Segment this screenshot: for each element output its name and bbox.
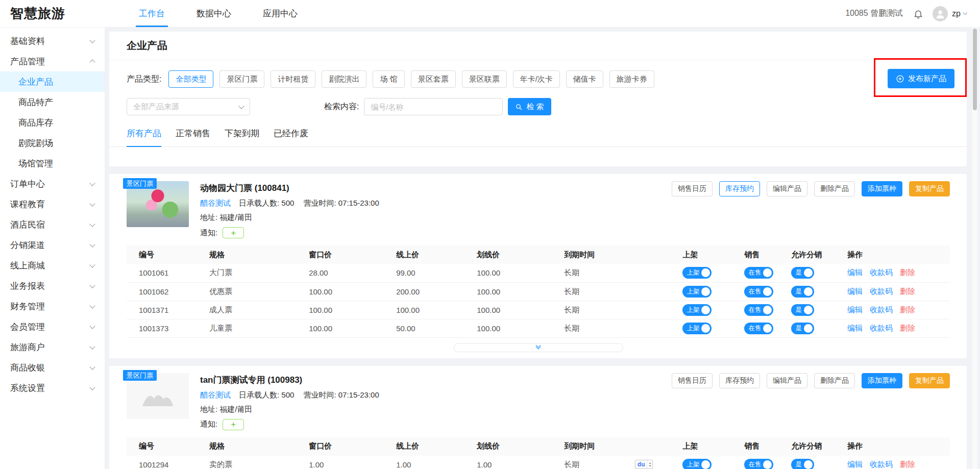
payment-code-link[interactable]: 收款码 [870, 268, 893, 277]
delete-link[interactable]: 删除 [900, 324, 915, 332]
type-chip-all[interactable]: 全部类型 [168, 70, 213, 88]
delete-link[interactable]: 删除 [900, 287, 915, 295]
copy-product-button[interactable]: 复制产品 [909, 181, 950, 196]
edit-link[interactable]: 编辑 [847, 324, 863, 332]
type-chip-stored-value-card[interactable]: 储值卡 [566, 70, 603, 88]
merchant-link[interactable]: 醋谷测试 [200, 199, 231, 208]
sidebar-item-hotel[interactable]: 酒店民宿 [0, 214, 105, 235]
edit-link[interactable]: 编辑 [847, 460, 863, 468]
delete-product-button[interactable]: 删除产品 [814, 373, 855, 388]
toggle-label: 在售 [748, 287, 761, 296]
sidebar-item-basic-data[interactable]: 基础资料 [0, 31, 105, 51]
copy-product-button[interactable]: 复制产品 [909, 373, 950, 388]
inventory-reserve-button[interactable]: 库存预约 [719, 373, 760, 388]
sidebar-item-venue-management[interactable]: 场馆管理 [0, 153, 105, 174]
product-source-select[interactable]: 全部产品来源 [127, 98, 250, 115]
sidebar-item-product-management[interactable]: 产品管理 [0, 51, 105, 71]
add-ticket-type-button[interactable]: 添加票种 [862, 181, 902, 196]
search-icon [515, 103, 523, 111]
inventory-reserve-button[interactable]: 库存预约 [719, 181, 760, 196]
type-chip-timed-rental[interactable]: 计时租赁 [271, 70, 315, 88]
chevron-down-icon [238, 103, 244, 109]
sidebar-item-goods-inventory[interactable]: 商品库存 [0, 112, 105, 133]
tab-off-shelf-expired[interactable]: 下架到期 [225, 128, 259, 146]
notification-bell-icon[interactable] [913, 9, 923, 19]
tab-all-products[interactable]: 所有产品 [127, 128, 161, 146]
edit-link[interactable]: 编辑 [847, 287, 863, 295]
type-chip-venue[interactable]: 场 馆 [373, 70, 404, 88]
tab-on-sale[interactable]: 正常销售 [176, 128, 210, 146]
sale-toggle[interactable]: 在售 [744, 286, 773, 298]
product-card-100841: 景区门票 动物园大门票 (100841) 醋谷测试 日承载人数: 500 营业时… [109, 174, 967, 358]
user-menu[interactable]: zp [952, 9, 967, 18]
merchant-link[interactable]: 醋谷测试 [200, 390, 231, 400]
payment-code-link[interactable]: 收款码 [870, 460, 893, 468]
sidebar-item-theater[interactable]: 剧院剧场 [0, 133, 105, 153]
sidebar-item-online-mall[interactable]: 线上商城 [0, 255, 105, 276]
shelf-toggle[interactable]: 上架 [682, 459, 712, 469]
shelf-toggle[interactable]: 上架 [682, 304, 712, 316]
sale-toggle[interactable]: 在售 [744, 304, 773, 316]
tab-voided[interactable]: 已经作废 [274, 128, 308, 146]
sidebar-item-system-settings[interactable]: 系统设置 [0, 378, 105, 398]
distribution-toggle[interactable]: 是 [791, 304, 814, 316]
scrollbar-thumb[interactable] [973, 29, 977, 110]
payment-code-link[interactable]: 收款码 [870, 305, 893, 314]
sidebar-item-order-center[interactable]: 订单中心 [0, 174, 105, 194]
publish-new-product-button[interactable]: 发布新产品 [888, 69, 954, 88]
add-ticket-type-button[interactable]: 添加票种 [862, 373, 902, 388]
delete-link[interactable]: 删除 [900, 460, 915, 468]
add-notice-button[interactable]: + [223, 419, 244, 430]
delete-link[interactable]: 删除 [900, 268, 915, 277]
nav-data-center[interactable]: 数据中心 [197, 0, 231, 27]
nav-app-center[interactable]: 应用中心 [263, 0, 298, 27]
search-input[interactable] [364, 98, 503, 115]
shelf-toggle[interactable]: 上架 [682, 286, 712, 298]
sales-calendar-button[interactable]: 销售日历 [672, 373, 713, 388]
sidebar-item-cashier[interactable]: 商品收银 [0, 357, 105, 378]
sidebar-item-specialty-goods[interactable]: 商品特产 [0, 92, 105, 112]
edit-product-button[interactable]: 编辑产品 [767, 181, 807, 196]
sidebar-item-members[interactable]: 会员管理 [0, 316, 105, 337]
type-chip-travel-voucher[interactable]: 旅游卡券 [609, 70, 654, 88]
toggle-knob [701, 460, 710, 469]
shelf-toggle[interactable]: 上架 [682, 267, 712, 279]
distribution-toggle[interactable]: 是 [791, 286, 814, 298]
sidebar-label: 业务报表 [10, 280, 45, 292]
type-chip-scenic-ticket[interactable]: 景区门票 [219, 70, 264, 88]
distribution-toggle[interactable]: 是 [791, 459, 814, 469]
user-avatar[interactable] [933, 6, 948, 21]
type-chip-annual-card[interactable]: 年卡/次卡 [513, 70, 560, 88]
add-notice-button[interactable]: + [223, 227, 244, 238]
distribution-toggle[interactable]: 是 [791, 323, 814, 334]
sidebar-item-business-reports[interactable]: 业务报表 [0, 276, 105, 296]
expand-rows-pill[interactable] [454, 343, 623, 352]
type-chip-theater-show[interactable]: 剧院演出 [322, 70, 366, 88]
payment-code-link[interactable]: 收款码 [870, 324, 893, 332]
delete-link[interactable]: 删除 [900, 305, 915, 314]
product-code: (100841) [255, 183, 289, 193]
sale-toggle[interactable]: 在售 [744, 459, 773, 469]
col-sale: 销售 [738, 437, 785, 456]
sidebar-item-finance[interactable]: 财务管理 [0, 296, 105, 316]
translate-du-badge[interactable]: du▲▼ [635, 460, 653, 469]
sidebar-item-distribution[interactable]: 分销渠道 [0, 235, 105, 255]
shelf-toggle[interactable]: 上架 [682, 323, 712, 334]
cell-id: 1001294 [127, 456, 203, 469]
type-chip-scenic-combo[interactable]: 景区联票 [462, 70, 507, 88]
delete-product-button[interactable]: 删除产品 [814, 181, 855, 196]
sale-toggle[interactable]: 在售 [744, 267, 773, 279]
type-chip-scenic-package[interactable]: 景区套票 [411, 70, 456, 88]
payment-code-link[interactable]: 收款码 [870, 287, 893, 295]
distribution-toggle[interactable]: 是 [791, 267, 814, 279]
edit-link[interactable]: 编辑 [847, 305, 863, 314]
search-button[interactable]: 检 索 [508, 98, 551, 115]
sale-toggle[interactable]: 在售 [744, 323, 773, 334]
sidebar-item-course-education[interactable]: 课程教育 [0, 194, 105, 214]
nav-workbench[interactable]: 工作台 [139, 0, 165, 27]
sidebar-item-enterprise-products[interactable]: 企业产品 [0, 71, 105, 92]
sidebar-item-travel-merchants[interactable]: 旅游商户 [0, 337, 105, 357]
edit-link[interactable]: 编辑 [847, 268, 863, 277]
sales-calendar-button[interactable]: 销售日历 [672, 181, 713, 196]
edit-product-button[interactable]: 编辑产品 [767, 373, 807, 388]
